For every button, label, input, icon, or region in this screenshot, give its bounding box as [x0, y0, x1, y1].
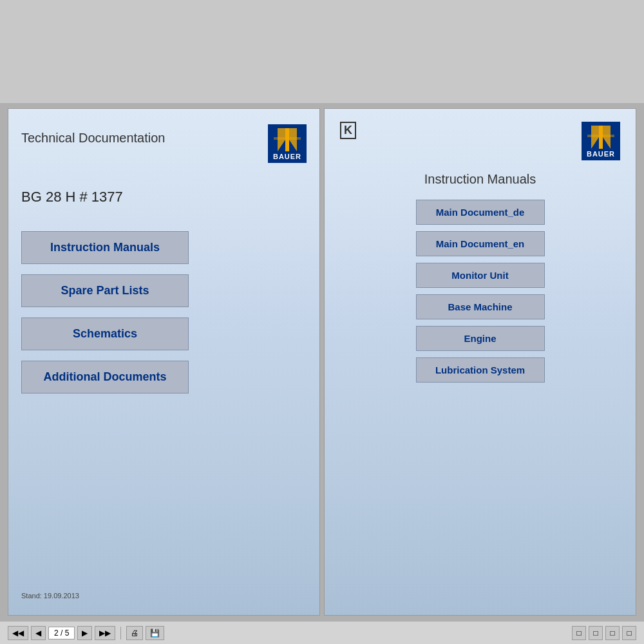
bauer-logo-text-left: BAUER: [273, 153, 301, 160]
left-header: Technical Documentation BAUER: [21, 124, 307, 163]
top-bar: [0, 0, 644, 103]
page-footer: Stand: 19.09.2013: [21, 592, 307, 600]
base-machine-button[interactable]: Base Machine: [416, 294, 545, 319]
view-btn-2[interactable]: □: [589, 626, 603, 640]
collapse-icon-symbol: K: [344, 124, 352, 137]
page-title: Technical Documentation: [21, 131, 165, 146]
bauer-logo-text-right: BAUER: [587, 150, 615, 158]
right-page: K BAUER Instru: [324, 108, 636, 616]
engine-button[interactable]: Engine: [416, 326, 545, 351]
bottom-toolbar: ◀◀ ◀ 2 / 5 ▶ ▶▶ 🖨 💾 □ □ □ □: [0, 621, 644, 644]
instruction-manuals-button[interactable]: Instruction Manuals: [21, 231, 189, 264]
monitor-unit-button[interactable]: Monitor Unit: [416, 263, 545, 288]
doc-buttons: Main Document_de Main Document_en Monito…: [340, 200, 620, 383]
lubrication-system-button[interactable]: Lubrication System: [416, 357, 545, 383]
svg-rect-3: [274, 137, 301, 140]
print-button[interactable]: 🖨: [126, 626, 143, 640]
last-page-button[interactable]: ▶▶: [95, 626, 115, 640]
machine-id: BG 28 H # 1377: [21, 189, 307, 205]
prev-page-button[interactable]: ◀: [31, 626, 46, 640]
nav-buttons: Instruction Manuals Spare Part Lists Sch…: [21, 231, 307, 393]
toolbar-right-buttons: □ □ □ □: [572, 626, 636, 640]
additional-documents-button[interactable]: Additional Documents: [21, 361, 189, 393]
main-container: Technical Documentation BAUER: [0, 0, 644, 644]
bauer-logo-right: BAUER: [582, 122, 620, 160]
right-page-content: K BAUER Instru: [325, 109, 636, 615]
page-wrapper: Technical Documentation BAUER: [8, 108, 636, 616]
main-doc-en-button[interactable]: Main Document_en: [416, 231, 545, 256]
page-indicator: 2 / 5: [48, 627, 75, 639]
spare-part-lists-button[interactable]: Spare Part Lists: [21, 274, 189, 307]
view-btn-1[interactable]: □: [572, 626, 586, 640]
left-page-content: Technical Documentation BAUER: [8, 109, 319, 615]
view-btn-4[interactable]: □: [622, 626, 636, 640]
main-doc-de-button[interactable]: Main Document_de: [416, 200, 545, 225]
content-area: Technical Documentation BAUER: [0, 103, 644, 621]
section-title: Instruction Manuals: [340, 172, 620, 187]
toolbar-separator-1: [120, 627, 121, 639]
view-btn-3[interactable]: □: [605, 626, 620, 640]
collapse-icon[interactable]: K: [340, 122, 356, 139]
first-page-button[interactable]: ◀◀: [8, 626, 28, 640]
right-header: K BAUER: [340, 122, 620, 160]
save-button[interactable]: 💾: [146, 626, 164, 640]
left-page: Technical Documentation BAUER: [8, 108, 320, 616]
schematics-button[interactable]: Schematics: [21, 317, 189, 350]
svg-rect-7: [587, 135, 614, 137]
bauer-logo-icon-right: [587, 126, 614, 149]
next-page-button[interactable]: ▶: [77, 626, 92, 640]
bauer-logo-left: BAUER: [268, 124, 307, 163]
bauer-logo-icon-left: [274, 128, 301, 151]
